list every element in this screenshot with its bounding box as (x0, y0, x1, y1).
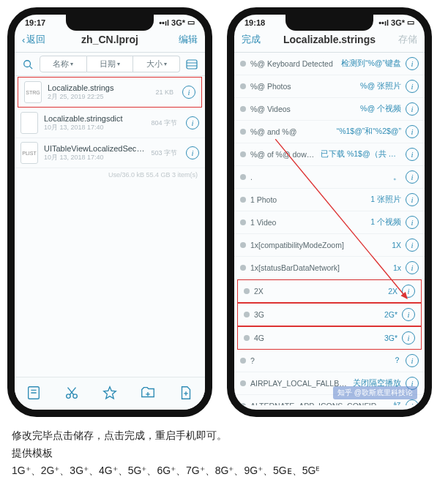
info-icon[interactable]: i (406, 125, 419, 138)
note-button[interactable] (24, 383, 43, 402)
string-row[interactable]: 4G 3G* i (237, 326, 422, 350)
star-button[interactable] (100, 383, 119, 402)
string-row[interactable]: 1x[compatibilityModeZoom] 1X i (234, 234, 425, 257)
file-size: 503 字节 (151, 148, 177, 158)
string-row[interactable]: 1 Video 1 个视频 i (234, 211, 425, 234)
info-icon[interactable]: i (406, 57, 419, 70)
file-icon: PLIST (20, 142, 38, 164)
string-row[interactable]: %@ and %@ “%1$@”和“%2$@” i (234, 121, 425, 143)
info-icon[interactable]: i (182, 86, 195, 99)
info-icon[interactable]: i (406, 170, 419, 184)
string-row[interactable]: %@ Videos %@ 个视频 i (234, 98, 425, 121)
file-info: Localizable.strings 2月 25, 2019 22:25 (48, 83, 149, 102)
string-value: 2G* (384, 310, 397, 319)
string-value: 1 个视频 (370, 217, 401, 228)
dot-icon (240, 380, 246, 386)
info-icon[interactable]: i (406, 102, 419, 116)
phone-right: 19:18 ••ıl 3G* ▭ 完成 Localizable.strings … (227, 7, 432, 417)
svg-point-0 (24, 60, 31, 67)
edit-button[interactable]: 编辑 (165, 33, 198, 46)
info-icon[interactable]: i (406, 216, 419, 229)
string-row[interactable]: %@ of %@ downloaded 已下载 %1$@（共 %2$@） i (234, 143, 425, 166)
battery-icon: ▭ (187, 18, 195, 27)
done-button[interactable]: 完成 (242, 33, 274, 46)
dot-icon (240, 403, 246, 405)
dot-icon (244, 312, 250, 317)
notch (66, 15, 154, 31)
string-key: 1 Photo (250, 195, 366, 204)
dot-icon (240, 151, 246, 157)
file-date: 2月 25, 2019 22:25 (48, 92, 149, 102)
file-row[interactable]: PLIST UITableViewLocalizedSectionIndex.p… (15, 138, 205, 168)
string-row[interactable]: %@ Photos %@ 张照片 i (234, 75, 425, 98)
dot-icon (244, 335, 250, 341)
info-icon[interactable]: i (406, 354, 419, 367)
string-value: %@ 个视频 (360, 104, 401, 114)
back-button[interactable]: ‹ 返回 (22, 33, 54, 46)
info-icon[interactable]: i (186, 116, 199, 129)
info-icon[interactable]: i (406, 399, 419, 405)
string-row[interactable]: 1 Photo 1 张照片 i (234, 189, 425, 211)
string-key: ? (250, 356, 389, 365)
new-file-button[interactable] (176, 383, 195, 402)
string-key: %@ Videos (250, 105, 356, 113)
navbar: 完成 Localizable.strings 存储 (234, 29, 425, 53)
info-icon[interactable]: i (402, 331, 415, 345)
info-icon[interactable]: i (406, 238, 419, 252)
string-row[interactable]: . 。 i (234, 166, 425, 189)
notch (285, 15, 373, 31)
file-row[interactable]: Localizable.stringsdict 10月 13, 2018 17:… (15, 108, 205, 138)
file-icon (20, 112, 38, 134)
info-icon[interactable]: i (186, 146, 199, 159)
back-label: 返回 (26, 33, 45, 46)
save-button[interactable]: 存储 (385, 33, 417, 46)
chevron-down-icon: ▾ (164, 61, 167, 67)
view-toggle-icon[interactable] (184, 57, 199, 72)
info-icon[interactable]: i (406, 193, 419, 206)
chevron-down-icon: ▾ (70, 61, 73, 67)
string-key: 2X (254, 287, 384, 296)
string-row[interactable]: %@ Keyboard Detected 检测到“%@”键盘 i (234, 53, 425, 75)
info-icon[interactable]: i (402, 285, 415, 298)
seg-label: 名称 (53, 59, 69, 69)
status-carrier: 3G* (391, 18, 405, 27)
info-icon[interactable]: i (406, 261, 419, 274)
file-name: Localizable.strings (48, 83, 149, 92)
caption: 修改完毕点击储存，点击完成，重启手机即可。 提供模板 1G⁺、2G⁺、3G⁺、4… (0, 417, 448, 484)
string-key: %@ Photos (250, 82, 356, 91)
info-icon[interactable]: i (406, 80, 419, 93)
string-value: 。 (393, 172, 401, 182)
string-key: %@ Keyboard Detected (250, 59, 337, 68)
info-icon[interactable]: i (402, 308, 415, 321)
string-value: 1 张照片 (370, 195, 401, 205)
navbar: ‹ 返回 zh_CN.lproj 编辑 (15, 29, 205, 53)
page-title: zh_CN.lproj (54, 34, 165, 45)
file-name: UITableViewLocalizedSectionIndex.plist (44, 144, 145, 153)
string-row[interactable]: 2X 2X i (237, 279, 422, 303)
string-key: %@ and %@ (250, 127, 332, 136)
seg-name[interactable]: 名称▾ (40, 56, 87, 72)
info-icon[interactable]: i (406, 148, 419, 161)
new-folder-button[interactable] (138, 383, 157, 402)
search-icon[interactable] (20, 57, 35, 72)
string-row[interactable]: 1x[statusBarDataNetwork] 1x i (234, 257, 425, 279)
seg-date[interactable]: 日期▾ (87, 56, 134, 72)
caption-line: 提供模板 (12, 445, 436, 462)
file-size: 21 KB (155, 89, 173, 96)
cut-button[interactable] (62, 383, 81, 402)
status-time: 19:18 (244, 18, 265, 27)
file-list: STRG Localizable.strings 2月 25, 2019 22:… (15, 77, 205, 168)
string-value: ？ (393, 356, 401, 366)
phone-left: 19:17 ••ıl 3G* ▭ ‹ 返回 zh_CN.lproj 编辑 名称▾… (7, 7, 212, 417)
chevron-left-icon: ‹ (22, 34, 25, 45)
status-time: 19:17 (25, 18, 45, 27)
footer-info: Use/36.0 kB 55.4 GB 3 item(s) (15, 168, 205, 181)
string-row[interactable]: 3G 2G* i (237, 303, 422, 326)
search-row: 名称▾ 日期▾ 大小▾ (15, 53, 205, 76)
dot-icon (240, 61, 246, 67)
string-row[interactable]: ? ？ i (234, 350, 425, 372)
string-key: 1 Video (250, 218, 366, 227)
file-row[interactable]: STRG Localizable.strings 2月 25, 2019 22:… (18, 77, 202, 108)
seg-size[interactable]: 大小▾ (133, 56, 180, 72)
string-value: 已下载 %1$@（共 %2$@） (321, 149, 401, 159)
